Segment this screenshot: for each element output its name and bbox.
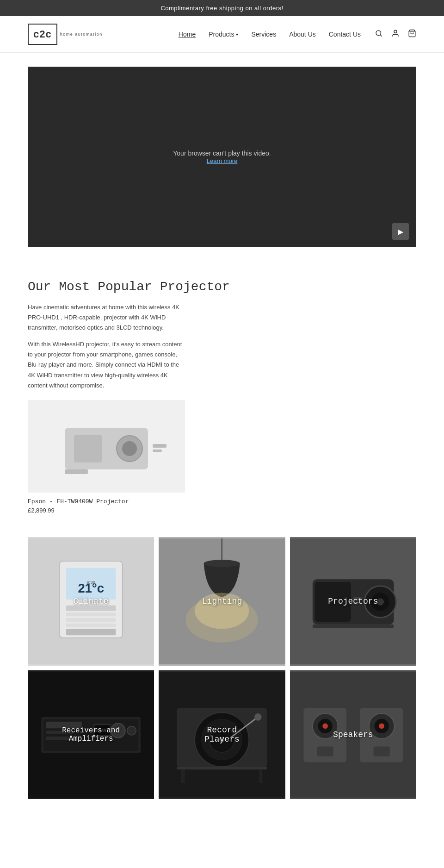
svg-rect-35 [312,624,394,628]
svg-point-0 [376,31,381,36]
svg-rect-56 [181,769,185,783]
category-lighting[interactable]: Lighting [159,537,285,666]
svg-rect-18 [66,612,116,616]
projector-section: Our Most Popular Projector Have cinemati… [0,261,444,532]
play-icon: ▶ [398,227,403,236]
video-play-button[interactable]: ▶ [392,223,409,240]
product-name: Epson - EH-TW9400W Projector [28,498,185,505]
logo-subtitle: home automation [60,32,103,37]
header-icons [375,29,416,40]
category-record-players-label: Record Players [191,725,254,744]
svg-point-43 [127,726,136,735]
svg-rect-10 [153,450,162,452]
svg-point-54 [254,713,262,721]
category-grid: 21°c 6:38 Climate Lighting [0,532,444,827]
user-icon [391,29,400,37]
logo[interactable]: c2c home automation [28,24,103,45]
svg-rect-68 [373,746,389,756]
svg-rect-63 [317,746,333,756]
header: c2c home automation Home Products ▾ Serv… [0,16,444,53]
nav-products-container[interactable]: Products ▾ [209,31,238,38]
category-receivers-label: Receivers andAmplifiers [62,726,120,743]
banner-text: Complimentary free shipping on all order… [160,5,283,12]
video-cannot-play: Your browser can't play this video. [173,150,271,157]
category-speakers-label: Speakers [333,730,373,739]
nav-products[interactable]: Products [209,31,234,38]
category-projectors-label: Projectors [328,597,378,606]
svg-point-2 [394,30,397,33]
video-learn-more-link[interactable]: Learn more [207,157,237,164]
product-price: £2,899.99 [28,507,185,514]
section-title: Our Most Popular Projector [28,280,416,294]
projector-image-svg [28,400,185,493]
category-climate[interactable]: 21°c 6:38 Climate [28,537,154,666]
svg-point-67 [379,723,384,729]
logo-brand: c2c [33,28,52,40]
user-button[interactable] [391,29,400,40]
svg-line-1 [380,35,382,36]
category-speakers[interactable]: Speakers [290,670,416,799]
svg-rect-19 [66,618,116,622]
product-image [28,400,185,493]
svg-rect-21 [66,629,116,635]
svg-rect-17 [66,606,116,611]
svg-point-62 [322,723,328,729]
logo-box: c2c [28,24,57,45]
top-banner: Complimentary free shipping on all order… [0,0,444,16]
cart-icon [408,29,416,37]
svg-point-24 [204,560,240,567]
projector-desc-1: Have cinematic adventures at home with t… [28,302,185,333]
svg-rect-20 [66,624,116,627]
category-lighting-label: Lighting [202,597,242,606]
svg-rect-57 [259,769,263,783]
svg-point-8 [122,441,137,456]
cart-button[interactable] [408,29,416,40]
nav-about[interactable]: About Us [289,31,316,38]
category-receivers[interactable]: MARANTZ Receivers andAmplifiers [28,670,154,799]
projector-desc-2: With this WirelessHD projector, it's eas… [28,339,185,390]
category-projectors[interactable]: Projectors [290,537,416,666]
category-climate-label: Climate [74,597,109,606]
chevron-down-icon: ▾ [236,32,238,37]
main-nav: Home Products ▾ Services About Us Contac… [179,31,361,38]
video-message: Your browser can't play this video. Lear… [173,150,271,164]
search-button[interactable] [375,29,383,40]
nav-home[interactable]: Home [179,31,196,38]
product-card[interactable]: Epson - EH-TW9400W Projector £2,899.99 [28,400,185,514]
svg-rect-6 [74,435,102,462]
nav-services[interactable]: Services [251,31,276,38]
search-icon [375,29,383,37]
svg-rect-11 [65,469,88,474]
category-record-players[interactable]: Record Players [159,670,285,799]
svg-rect-55 [177,767,267,769]
svg-text:6:38: 6:38 [86,580,95,585]
video-section: Your browser can't play this video. Lear… [28,67,416,247]
nav-contact[interactable]: Contact Us [329,31,361,38]
svg-rect-9 [153,444,166,448]
